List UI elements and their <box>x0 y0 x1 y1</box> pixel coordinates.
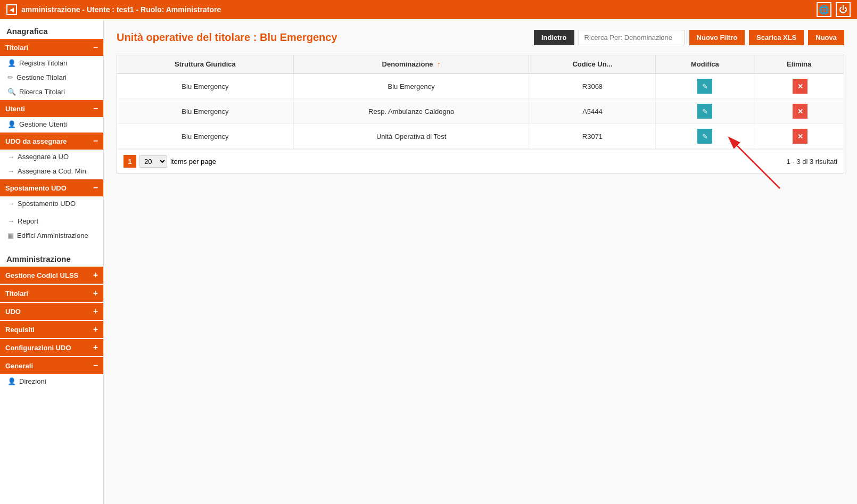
config-udo-label: Configurazioni UDO <box>5 344 71 352</box>
sidebar-item-direzioni[interactable]: 👤 Direzioni <box>0 374 103 389</box>
delete-button-1[interactable]: ✕ <box>793 79 807 94</box>
modifica-cell-2: ✎ <box>656 99 754 124</box>
sidebar-item-assegnare-cod[interactable]: → Assegnare a Cod. Min. <box>0 164 103 178</box>
assegnare-cod-label: Assegnare a Cod. Min. <box>18 167 88 175</box>
spostamento-toggle: − <box>93 183 98 193</box>
requisiti-label: Requisiti <box>5 326 35 334</box>
indietro-button[interactable]: Indietro <box>534 30 574 45</box>
search-input[interactable] <box>579 30 685 45</box>
sidebar-group-udo-admin-header[interactable]: UDO + <box>0 303 103 320</box>
items-per-page: 1 20 50 100 items per page <box>123 155 216 168</box>
scarica-xls-button[interactable]: Scarica XLS <box>749 30 804 45</box>
titolari-toggle: − <box>93 43 98 52</box>
col-elimina: Elimina <box>754 55 844 73</box>
items-per-page-label: items per page <box>170 158 216 166</box>
udo-admin-label: UDO <box>5 308 21 316</box>
sidebar-item-gestione-utenti[interactable]: 👤 Gestione Utenti <box>0 117 103 131</box>
sidebar-item-registra-titolari[interactable]: 👤 Registra Titolari <box>0 56 103 70</box>
person-icon: 👤 <box>7 59 16 67</box>
sidebar-group-titolari-admin-header[interactable]: Titolari + <box>0 285 103 302</box>
sidebar-group-generali: Generali − 👤 Direzioni <box>0 357 103 389</box>
sidebar-group-spostamento-header[interactable]: Spostamento UDO − <box>0 179 103 196</box>
requisiti-toggle: + <box>93 325 98 334</box>
sidebar-group-gestione-codici: Gestione Codici ULSS + <box>0 267 103 284</box>
arrow-icon-3: → <box>7 200 14 208</box>
amministrazione-title: Amministrazione <box>0 247 103 267</box>
sidebar-group-udo-assegnare-header[interactable]: UDO da assegnare − <box>0 133 103 150</box>
nuova-button[interactable]: Nuova <box>808 30 844 45</box>
arrow-icon-1: → <box>7 153 14 161</box>
globe-icon[interactable]: 🌐 <box>817 2 831 17</box>
sidebar-item-spostamento-udo[interactable]: → Spostamento UDO <box>0 196 103 211</box>
utenti-toggle: − <box>93 104 98 113</box>
edit-button-3[interactable]: ✎ <box>697 129 712 144</box>
codice-cell-3: R3071 <box>529 124 656 149</box>
current-page[interactable]: 1 <box>123 155 136 168</box>
edit-button-1[interactable]: ✎ <box>697 79 712 94</box>
edit-button-2[interactable]: ✎ <box>697 104 712 119</box>
generali-toggle: − <box>93 361 98 370</box>
table-row: Blu Emergency Blu Emergency R3068 ✎ ✕ <box>117 73 844 99</box>
search-icon: 🔍 <box>7 88 16 96</box>
sidebar-group-titolari-header[interactable]: Titolari − <box>0 39 103 56</box>
report-label: Report <box>18 217 38 225</box>
sidebar-group-config-udo-header[interactable]: Configurazioni UDO + <box>0 339 103 356</box>
codice-cell-2: A5444 <box>529 99 656 124</box>
titolari-admin-label: Titolari <box>5 290 28 298</box>
results-text: 1 - 3 di 3 risultati <box>787 158 837 166</box>
layout: Anagrafica Titolari − 👤 Registra Titolar… <box>0 19 857 504</box>
sidebar-item-ricerca-titolari[interactable]: 🔍 Ricerca Titolari <box>0 85 103 99</box>
codice-cell-1: R3068 <box>529 73 656 99</box>
sidebar-group-utenti-header[interactable]: Utenti − <box>0 100 103 117</box>
modifica-cell-3: ✎ <box>656 124 754 149</box>
delete-button-3[interactable]: ✕ <box>793 129 807 144</box>
titolari-label: Titolari <box>5 44 28 52</box>
edifici-label: Edifici Amministrazione <box>17 232 88 239</box>
back-arrow-icon[interactable]: ◄ <box>6 4 17 15</box>
elimina-cell-3: ✕ <box>754 124 844 149</box>
modifica-cell-1: ✎ <box>656 73 754 99</box>
elimina-cell-2: ✕ <box>754 99 844 124</box>
gestione-utenti-label: Gestione Utenti <box>19 120 67 128</box>
person-icon-3: 👤 <box>7 377 16 385</box>
spostamento-udo-label: Spostamento UDO <box>18 200 76 208</box>
sidebar-item-report[interactable]: → Report <box>0 214 103 228</box>
sidebar-group-udo-admin: UDO + <box>0 303 103 320</box>
items-per-page-select[interactable]: 20 50 100 <box>139 155 167 168</box>
sidebar-group-config-udo: Configurazioni UDO + <box>0 339 103 356</box>
sort-arrow-icon: ↑ <box>437 60 441 68</box>
page-title: Unità operative del titolare : Blu Emerg… <box>117 31 337 44</box>
generali-label: Generali <box>5 362 33 370</box>
power-icon[interactable]: ⏻ <box>836 2 851 17</box>
edit-icon: ✏ <box>7 73 13 81</box>
ricerca-titolari-label: Ricerca Titolari <box>19 88 65 96</box>
registra-titolari-label: Registra Titolari <box>19 59 67 67</box>
denominazione-cell-1: Blu Emergency <box>293 73 529 99</box>
table-row: Blu Emergency Resp. Ambulanze Caldogno A… <box>117 99 844 124</box>
sidebar-group-udo-assegnare: UDO da assegnare − → Assegnare a UO → As… <box>0 133 103 178</box>
sidebar-item-assegnare-uo[interactable]: → Assegnare a UO <box>0 150 103 164</box>
sidebar-group-generali-header[interactable]: Generali − <box>0 357 103 374</box>
header-actions: Indietro Nuovo Filtro Scarica XLS Nuova <box>534 30 844 45</box>
arrow-icon-4: → <box>7 217 14 225</box>
col-struttura: Struttura Giuridica <box>117 55 293 73</box>
sidebar-item-gestione-titolari[interactable]: ✏ Gestione Titolari <box>0 70 103 85</box>
gestione-titolari-label: Gestione Titolari <box>17 73 67 81</box>
page-header: Unità operative del titolare : Blu Emerg… <box>117 30 844 45</box>
udo-assegnare-toggle: − <box>93 136 98 146</box>
gestione-codici-label: Gestione Codici ULSS <box>5 271 78 279</box>
person-icon-2: 👤 <box>7 120 16 128</box>
sidebar-group-gestione-codici-header[interactable]: Gestione Codici ULSS + <box>0 267 103 284</box>
delete-button-2[interactable]: ✕ <box>793 104 807 119</box>
udo-admin-toggle: + <box>93 307 98 316</box>
sidebar-item-edifici[interactable]: ▦ Edifici Amministrazione <box>0 228 103 243</box>
struttura-cell-2: Blu Emergency <box>117 99 293 124</box>
nuovo-filtro-button[interactable]: Nuovo Filtro <box>689 30 745 45</box>
topbar: ◄ amministrazione - Utente : test1 - Ruo… <box>0 0 857 19</box>
struttura-cell-3: Blu Emergency <box>117 124 293 149</box>
data-table: Struttura Giuridica Denominazione ↑ Codi… <box>117 55 844 149</box>
sidebar-group-spostamento: Spostamento UDO − → Spostamento UDO <box>0 179 103 211</box>
col-denominazione[interactable]: Denominazione ↑ <box>293 55 529 73</box>
sidebar-group-titolari-admin: Titolari + <box>0 285 103 302</box>
sidebar-group-requisiti-header[interactable]: Requisiti + <box>0 321 103 338</box>
